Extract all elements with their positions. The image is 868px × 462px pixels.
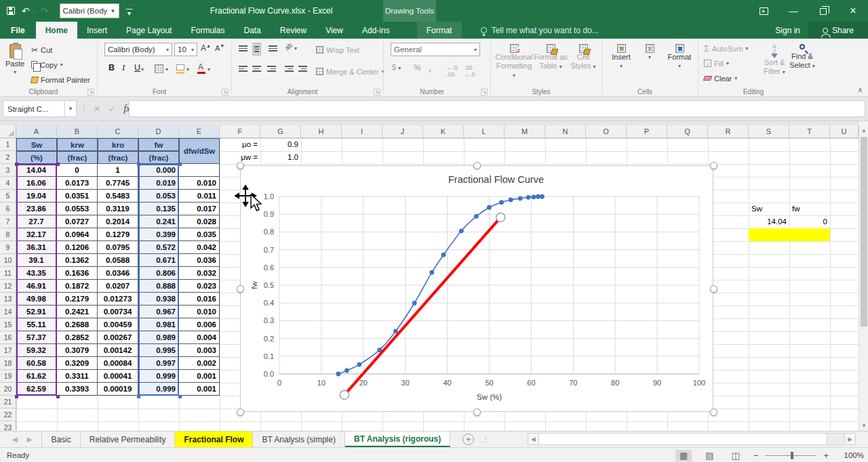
cell-E19[interactable]: 0.001 (179, 370, 220, 383)
bold-button[interactable]: B (106, 63, 117, 72)
cell-E11[interactable]: 0.032 (179, 267, 220, 280)
cell-C11[interactable]: 0.0346 (98, 267, 138, 280)
merge-center-button[interactable]: Merge & Center▾ (315, 64, 386, 79)
column-header-K[interactable]: K (423, 125, 464, 138)
zoom-out-button[interactable]: − (753, 450, 759, 461)
column-header-T[interactable]: T (789, 125, 830, 138)
cell-C18[interactable]: 0.00084 (98, 357, 138, 370)
cell-A13[interactable]: 49.98 (16, 293, 57, 306)
table-header-Sw[interactable]: Sw (16, 138, 57, 151)
middle-align-button[interactable] (252, 43, 261, 56)
cell-D3[interactable]: 0.000 (138, 164, 179, 177)
sheet-tab-options[interactable]: ⋮ (474, 432, 498, 447)
row-header-12[interactable]: 12 (0, 280, 16, 293)
format-as-table-button[interactable]: Format asTable ▾ (533, 44, 568, 71)
cell-B4[interactable]: 0.0173 (57, 177, 98, 190)
cell-E20[interactable]: 0.001 (179, 383, 220, 396)
cell-E8[interactable]: 0.035 (179, 228, 220, 241)
paste-button[interactable]: Paste ▾ (5, 40, 24, 75)
table-header-fw[interactable]: fw (138, 138, 179, 151)
increase-decimal-button[interactable]: ←.0.00 (446, 64, 458, 78)
cell-E14[interactable]: 0.010 (179, 306, 220, 318)
tab-page-layout[interactable]: Page Layout (117, 22, 181, 39)
table-header-unit-kro[interactable]: (frac) (98, 151, 138, 164)
cell-A3[interactable]: 14.04 (16, 164, 57, 177)
cell-D6[interactable]: 0.135 (138, 203, 179, 215)
cell-C3[interactable]: 1 (98, 164, 138, 177)
param-value-1[interactable]: 0.9 (260, 138, 301, 151)
sign-in-button[interactable]: Sign in (775, 22, 800, 39)
zoom-in-button[interactable]: + (823, 450, 829, 461)
column-header-E[interactable]: E (179, 125, 220, 138)
orientation-dropdown[interactable]: ▾ (294, 45, 297, 51)
find-select-button[interactable]: Find &Select ▾ (788, 44, 816, 70)
row-header-5[interactable]: 5 (0, 190, 16, 203)
bottom-align-button[interactable] (269, 44, 277, 53)
shrink-font-button[interactable]: A▼ (215, 43, 224, 52)
highlighted-cell[interactable] (749, 228, 830, 241)
row-header-8[interactable]: 8 (0, 228, 16, 241)
cell-E17[interactable]: 0.003 (179, 344, 220, 357)
vertical-scrollbar[interactable]: ▲ ▼ (859, 125, 868, 431)
chart-selection-handle[interactable] (473, 162, 481, 169)
tab-home[interactable]: Home (36, 22, 77, 39)
cell-A10[interactable]: 39.1 (16, 254, 57, 267)
cell-B15[interactable]: 0.2688 (57, 318, 98, 331)
scroll-down-arrow[interactable]: ▼ (859, 421, 868, 431)
column-header-L[interactable]: L (464, 125, 505, 138)
chart-selection-handle[interactable] (473, 408, 481, 416)
enter-icon[interactable]: ✓ (108, 104, 115, 114)
cell-A15[interactable]: 55.11 (16, 318, 57, 331)
column-header-Q[interactable]: Q (667, 125, 708, 138)
cell-D11[interactable]: 0.806 (138, 267, 179, 280)
row-header-13[interactable]: 13 (0, 293, 16, 306)
cell-B14[interactable]: 0.2421 (57, 306, 98, 318)
page-layout-view-button[interactable]: ▤ (701, 450, 717, 461)
cell-B10[interactable]: 0.1362 (57, 254, 98, 267)
grow-font-button[interactable]: A▲ (201, 43, 211, 53)
cell-A19[interactable]: 61.62 (16, 370, 57, 383)
cell-B17[interactable]: 0.3079 (57, 344, 98, 357)
cell-D8[interactable]: 0.399 (138, 228, 179, 241)
tab-data[interactable]: Data (234, 22, 270, 39)
cell-D9[interactable]: 0.572 (138, 241, 179, 254)
ribbon-display-options-button[interactable] (749, 0, 778, 22)
cell-A5[interactable]: 19.04 (16, 190, 57, 203)
cell-C7[interactable]: 0.2014 (98, 215, 138, 228)
top-align-button[interactable] (239, 44, 248, 53)
cell-D19[interactable]: 0.999 (138, 370, 179, 383)
cell-D14[interactable]: 0.967 (138, 306, 179, 318)
column-header-O[interactable]: O (586, 125, 627, 138)
cell-E16[interactable]: 0.004 (179, 331, 220, 344)
font-dialog-launcher[interactable]: ↘ (222, 89, 229, 96)
cell-A9[interactable]: 36.31 (16, 241, 57, 254)
side-value-sw[interactable]: 14.04 (749, 215, 789, 228)
accounting-format-button[interactable]: $ ▾ (392, 63, 401, 71)
tab-view[interactable]: View (316, 22, 353, 39)
percent-style-button[interactable]: % (414, 63, 421, 72)
cell-E3[interactable] (179, 164, 220, 177)
row-header-6[interactable]: 6 (0, 203, 16, 215)
column-header-D[interactable]: D (138, 125, 179, 138)
borders-dropdown[interactable]: ▾ (165, 66, 168, 72)
row-header-15[interactable]: 15 (0, 318, 16, 331)
save-button[interactable] (7, 7, 15, 15)
cell-C12[interactable]: 0.0207 (98, 280, 138, 293)
row-header-11[interactable]: 11 (0, 267, 16, 280)
row-header-17[interactable]: 17 (0, 344, 16, 357)
cell-E4[interactable]: 0.010 (179, 177, 220, 190)
side-value-fw[interactable]: 0 (789, 215, 830, 228)
tab-review[interactable]: Review (271, 22, 316, 39)
borders-button[interactable] (155, 64, 163, 73)
horizontal-scroll-thumb[interactable] (539, 433, 827, 445)
cell-E7[interactable]: 0.028 (179, 215, 220, 228)
conditional-formatting-button[interactable]: ConditionalFormatting ▾ (495, 44, 533, 80)
cell-E6[interactable]: 0.017 (179, 203, 220, 215)
cell-D15[interactable]: 0.981 (138, 318, 179, 331)
restore-button[interactable] (808, 0, 838, 22)
cell-C20[interactable]: 0.00019 (98, 383, 138, 396)
align-center-button[interactable] (252, 64, 261, 73)
sheet-tab-bt-analysis-simple-[interactable]: BT Analysis (simple) (253, 432, 344, 447)
table-header-unit-Sw[interactable]: (%) (16, 151, 57, 164)
select-all-corner[interactable] (0, 125, 16, 138)
